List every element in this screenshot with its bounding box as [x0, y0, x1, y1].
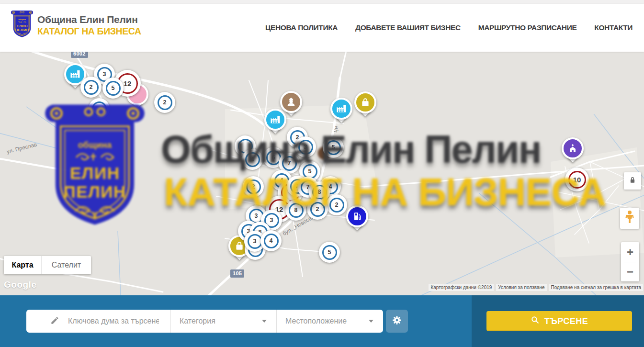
search-button[interactable]: ТЪРСЕНЕ [486, 311, 632, 331]
keyword-search-input[interactable] [68, 317, 159, 325]
road-badge: 6002 [71, 52, 88, 58]
cluster-count: 2 [246, 179, 261, 194]
bag-map-pin[interactable] [354, 91, 376, 119]
cluster-marker[interactable]: 3 [295, 136, 316, 157]
cluster-count: 3 [248, 234, 262, 249]
cluster-count: 5 [322, 245, 337, 260]
chevron-down-icon [262, 320, 267, 323]
attribution-text: Картографски данни ©2019 [429, 284, 494, 291]
street-view-pegman-control[interactable] [620, 208, 639, 229]
factory-icon [330, 98, 352, 120]
top-strip [0, 0, 644, 4]
keyword-section [26, 310, 171, 333]
main-nav: ЦЕНОВА ПОЛИТИКАДОБАВЕТЕ ВАШИЯТ БИЗНЕСМАР… [265, 4, 633, 52]
search-bar: Категория Местоположение [26, 310, 383, 333]
cluster-count: 2 [329, 198, 344, 213]
nav-item-2[interactable]: МАРШРУТНО РАЗПИСАНИЕ [478, 23, 577, 32]
nav-item-3[interactable]: КОНТАКТИ [594, 23, 633, 32]
church-map-pin[interactable] [562, 137, 584, 165]
svg-text:община: община [18, 18, 26, 21]
category-select[interactable]: Категория [171, 310, 277, 333]
cluster-count: 4 [245, 152, 260, 167]
zoom-out-button[interactable]: − [621, 262, 639, 281]
church-icon [562, 137, 584, 159]
cluster-count: 10 [568, 171, 586, 189]
map-type-map-button[interactable]: Карта [4, 256, 41, 274]
advanced-settings-button[interactable] [386, 310, 408, 333]
cluster-count: 3 [298, 140, 313, 155]
cluster-count: 2 [84, 80, 99, 95]
cluster-marker[interactable]: 10 [565, 168, 589, 191]
search-icon [531, 315, 540, 327]
map-attribution: Картографски данни ©2019Условия за ползв… [429, 284, 643, 291]
cluster-count: 8 [289, 203, 304, 218]
cluster-marker[interactable]: 5 [319, 242, 340, 263]
cluster-marker[interactable]: 5 [323, 137, 344, 158]
pegman-icon [624, 210, 635, 226]
cluster-count: 2 [158, 95, 172, 110]
cluster-marker[interactable]: 2 [154, 92, 175, 113]
map-type-control: Карта Сателит [4, 256, 91, 274]
cluster-marker[interactable]: 4 [260, 230, 282, 251]
attribution-link[interactable]: Условия за ползване [496, 284, 546, 291]
factory-icon [264, 109, 286, 131]
fuel-icon [346, 205, 368, 227]
cluster-marker[interactable]: 5 [102, 78, 124, 99]
site-title: Община Елин Пелин [37, 14, 141, 25]
cluster-count: 5 [326, 140, 341, 155]
google-map[interactable]: 6002105 ул. Преславбул. „Новоселци 31225… [0, 52, 644, 295]
search-panel: Категория Местоположение [0, 295, 644, 347]
header: община ЕЛИН ПЕЛИН Община Елин Пелин КАТА… [0, 4, 644, 52]
map-type-satellite-button[interactable]: Сателит [41, 256, 91, 274]
nav-item-0[interactable]: ЦЕНОВА ПОЛИТИКА [265, 23, 338, 32]
cluster-marker[interactable]: 8 [285, 200, 306, 221]
nav-item-1[interactable]: ДОБАВЕТЕ ВАШИЯТ БИЗНЕС [355, 23, 461, 32]
cluster-count: 8 [312, 185, 327, 200]
location-select[interactable]: Местоположение [277, 310, 383, 333]
pencil-icon [50, 316, 59, 327]
fuel-map-pin[interactable] [346, 205, 368, 233]
site-logo[interactable]: община ЕЛИН ПЕЛИН Община Елин Пелин КАТА… [11, 10, 141, 41]
cluster-count: 5 [106, 81, 121, 96]
zoom-control: + − [621, 242, 639, 281]
cluster-marker[interactable]: 4 [242, 149, 263, 170]
search-button-label: ТЪРСЕНЕ [544, 316, 588, 326]
cluster-marker[interactable]: 2 [307, 199, 328, 220]
cluster-marker[interactable]: 2 [80, 77, 102, 98]
attribution-link[interactable]: Подаване на сигнал за грешка в картата [549, 284, 643, 291]
cluster-count [92, 101, 107, 116]
factory-map-pin[interactable] [330, 98, 352, 125]
svg-text:ЕЛИН: ЕЛИН [16, 24, 27, 28]
lock-icon [628, 176, 637, 186]
gear-icon [391, 314, 403, 328]
site-subtitle: КАТАЛОГ НА БИЗНЕСА [37, 26, 141, 37]
bag-icon [354, 91, 376, 113]
category-select-value: Категория [180, 317, 215, 325]
factory-map-pin[interactable] [264, 109, 286, 136]
lock-control[interactable] [624, 172, 641, 190]
google-logo[interactable]: Google [4, 280, 36, 290]
municipality-crest-logo: община ЕЛИН ПЕЛИН [11, 10, 34, 41]
zoom-in-button[interactable]: + [621, 243, 639, 262]
cluster-count: 2 [310, 202, 325, 217]
cluster-marker[interactable]: 2 [326, 194, 347, 215]
cluster-count: 4 [264, 234, 279, 248]
cluster-marker[interactable] [89, 98, 110, 119]
location-select-value: Местоположение [285, 317, 347, 325]
cluster-count: 7 [282, 156, 297, 171]
cluster-marker[interactable]: 2 [243, 176, 264, 197]
svg-text:ПЕЛИН: ПЕЛИН [15, 28, 29, 32]
chevron-down-icon [369, 320, 373, 323]
road-badge: 105 [230, 269, 244, 278]
